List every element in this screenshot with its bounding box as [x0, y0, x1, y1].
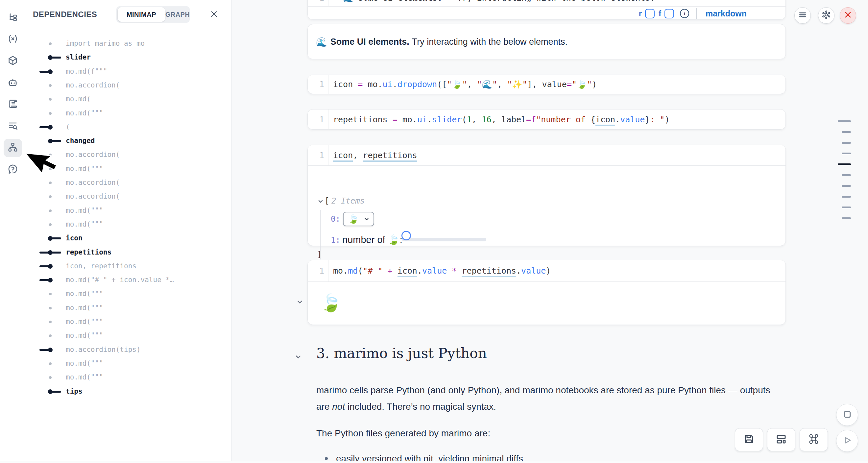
cell-output-area: 🍃	[308, 282, 785, 325]
minimap-item-label: tips	[66, 388, 83, 395]
minimap-item[interactable]: slider	[39, 50, 91, 64]
minimap-item-label: mo.accordion(tips)	[66, 346, 141, 353]
chevron-down-icon[interactable]	[294, 353, 302, 362]
reactive-toggle-checkbox[interactable]	[645, 9, 655, 19]
robot-icon	[7, 77, 18, 89]
minimap-item[interactable]: mo.md("""	[39, 204, 103, 217]
minimap-item[interactable]: mo.md("""	[39, 106, 103, 120]
package-cube-icon	[7, 55, 18, 67]
navigator-line-active[interactable]	[838, 163, 851, 165]
navigator-line[interactable]	[842, 217, 851, 219]
variables-button[interactable]	[4, 30, 22, 49]
chevron-down-icon[interactable]	[296, 298, 304, 307]
info-icon[interactable]: i	[680, 9, 689, 18]
cell-dot-icon	[39, 92, 63, 106]
cell-icon-dropdown[interactable]: 1 icon = mo.ui.dropdown(["🍃", "🌊", "✨"],…	[307, 75, 786, 94]
code-editor-line[interactable]: icon, repetitions	[329, 151, 417, 160]
minimap-item[interactable]: mo.accordion(tips)	[39, 343, 141, 357]
minimap-item-label: mo.md("""	[66, 165, 103, 173]
code-editor-line[interactable]: icon = mo.ui.dropdown(["🍃", "🌊", "✨"], v…	[329, 80, 597, 89]
minimap-item[interactable]: repetitions	[39, 245, 112, 259]
settings-button[interactable]	[818, 7, 834, 24]
array-index-0: 0:	[331, 214, 340, 224]
cell-dot-icon	[39, 357, 63, 370]
navigator-line[interactable]	[838, 120, 851, 122]
chevron-down-icon[interactable]	[317, 198, 324, 206]
cell-repetitions-slider[interactable]: 1 repetitions = mo.ui.slider(1, 16, labe…	[307, 109, 786, 129]
minimap-item[interactable]: mo.md("""	[39, 329, 103, 342]
minimap-item[interactable]: mo.md("""	[39, 357, 103, 370]
close-icon	[210, 10, 218, 20]
language-badge[interactable]: markdown	[706, 9, 747, 19]
minimap-item[interactable]: mo.md("# " + icon.value *…	[39, 273, 174, 287]
markdown-source-line[interactable]: **🌊 Some UI elements.** Try interacting …	[329, 0, 655, 3]
minimap-item-label: mo.accordion(	[66, 81, 120, 89]
stop-button[interactable]	[836, 404, 858, 426]
fstring-toggle-checkbox[interactable]	[664, 9, 674, 19]
panel-close-button[interactable]	[209, 9, 220, 21]
navigator-line[interactable]	[842, 131, 851, 133]
dependency-graph-icon	[7, 142, 18, 154]
ai-assistant-button[interactable]	[4, 74, 22, 92]
dependencies-button[interactable]	[4, 139, 22, 157]
minimap-item[interactable]: import marimo as mo	[39, 36, 145, 50]
navigator-line[interactable]	[842, 185, 851, 187]
file-explorer-button[interactable]	[4, 9, 22, 28]
minimap-item[interactable]: mo.md(f"""	[39, 64, 107, 78]
minimap-item[interactable]: mo.md("""	[39, 287, 103, 301]
navigator-line[interactable]	[842, 196, 851, 197]
code-editor-line[interactable]: mo.md("# " + icon.value * repetitions.va…	[329, 266, 551, 276]
minimap-item[interactable]: icon	[39, 231, 83, 245]
packages-button[interactable]	[4, 52, 22, 70]
minimap-item[interactable]: icon, repetitions	[39, 259, 136, 273]
minimap-item[interactable]: mo.md("""	[39, 217, 103, 231]
list-search-icon	[7, 120, 18, 132]
navigator-line[interactable]	[842, 174, 851, 176]
array-item-count: 2 Items	[332, 196, 365, 206]
close-x-icon	[844, 11, 852, 20]
paragraph-marimo-python: marimo cells parse Python (and only Pyth…	[316, 382, 786, 415]
keyboard-shortcuts-button[interactable]	[800, 428, 828, 451]
paragraph-python-files: The Python files generated by marimo are…	[316, 425, 786, 442]
minimap-item[interactable]: mo.md("""	[39, 370, 103, 384]
slider-track[interactable]	[402, 238, 486, 241]
layout-grid-icon	[775, 433, 787, 446]
minimap-item[interactable]: tips	[39, 384, 83, 398]
dependency-node-icon	[39, 273, 63, 287]
shutdown-button[interactable]	[840, 7, 856, 24]
code-editor-line[interactable]: repetitions = mo.ui.slider(1, 16, label=…	[329, 115, 670, 124]
scratchpad-button[interactable]	[4, 95, 22, 114]
navigator-line[interactable]	[842, 142, 851, 144]
minimap-item[interactable]: changed	[39, 134, 95, 148]
cell-icon-repetitions[interactable]: 1 icon, repetitions [ 2 Items 0: 🍃 1: nu…	[307, 145, 786, 246]
navigator-line[interactable]	[842, 153, 851, 154]
cell-markdown-intro-editor[interactable]: 1 **🌊 Some UI elements.** Try interactin…	[307, 0, 786, 20]
navigator-line[interactable]	[842, 207, 851, 208]
minimap-item[interactable]: mo.accordion(	[39, 148, 120, 161]
tab-graph[interactable]: GRAPH	[165, 7, 190, 22]
minimap-item[interactable]: mo.accordion(	[39, 78, 120, 92]
save-button[interactable]	[735, 428, 763, 451]
notebook-menu-button[interactable]	[794, 7, 811, 24]
help-button[interactable]	[4, 160, 22, 179]
minimap-item[interactable]: mo.md(	[39, 92, 91, 106]
gear-icon	[822, 10, 831, 21]
cell-dot-icon	[39, 217, 63, 231]
minimap-item[interactable]: mo.accordion(	[39, 176, 120, 189]
slider-knob[interactable]	[401, 231, 411, 240]
minimap-item[interactable]: mo.md("""	[39, 301, 103, 315]
line-number: 1	[308, 80, 328, 89]
tab-minimap[interactable]: MINIMAP	[118, 7, 165, 22]
snippets-button[interactable]	[4, 117, 22, 135]
minimap-item[interactable]: (	[39, 120, 70, 134]
minimap-item[interactable]: mo.md("""	[39, 315, 103, 329]
run-button[interactable]	[836, 430, 858, 452]
cell-md-output[interactable]: 1 mo.md("# " + icon.value * repetitions.…	[307, 260, 786, 325]
layout-toggle-button[interactable]	[767, 428, 795, 451]
bottom-border	[0, 461, 868, 463]
array-open-bracket: [	[324, 196, 330, 206]
minimap-item[interactable]: mo.accordion(	[39, 189, 120, 203]
array-close-bracket: ]	[317, 250, 322, 259]
cell-output-area: [ 2 Items 0: 🍃 1: number of 🍃: ]	[308, 166, 785, 246]
icon-dropdown-select[interactable]: 🍃	[343, 212, 374, 226]
